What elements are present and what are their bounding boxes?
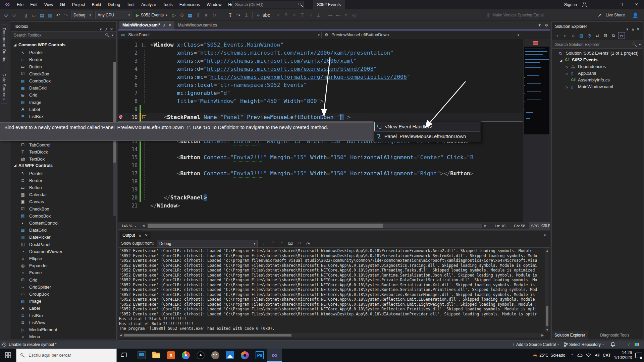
toolbox-item-pointer[interactable]: ↖Pointer <box>10 49 111 56</box>
zoom-icon[interactable]: ⌗ <box>342 11 350 19</box>
output-source-combo[interactable]: Debug▾ <box>157 240 258 248</box>
task-view-button[interactable] <box>118 349 133 362</box>
toolbox-item-dockpanel[interactable]: ◫DockPanel <box>10 241 111 248</box>
scroll-right-icon[interactable]: ▶ <box>541 334 544 337</box>
code-line-18[interactable]: 18 <box>118 178 523 186</box>
code-line-16[interactable]: 16 <box>118 162 523 170</box>
hidden-icons-chevron[interactable]: ^ <box>571 353 573 358</box>
output-text[interactable]: 'S052 Events.exe' (CoreCLR: clrhost): Lo… <box>119 248 544 332</box>
toolbox-item-expander[interactable]: ◎Expander <box>10 262 111 269</box>
toolbox-item-image[interactable]: ▨Image <box>10 298 111 305</box>
toolbox-item-listview[interactable]: ≣ListView <box>10 319 111 326</box>
menu-item-edit[interactable]: Edit <box>27 0 41 9</box>
toolbox-item-checkbox[interactable]: ☑CheckBox <box>10 205 111 213</box>
code-line-8[interactable]: 8 Title="MainWindow" Height="450" Width=… <box>118 97 523 105</box>
menu-item-file[interactable]: File <box>13 0 27 9</box>
toolbox-section-0[interactable]: ◢Common WPF Controls <box>10 42 111 49</box>
filter-icon[interactable]: ⚯ <box>618 32 625 39</box>
taskbar-app-visual-studio[interactable]: ∞ <box>267 349 282 362</box>
undo-icon[interactable]: ↶ <box>54 11 62 19</box>
breadcrumb-event-combo[interactable]: ⚙ PreviewMouseLeftButtonDown <box>325 31 389 39</box>
goto-next-message-icon[interactable]: ≙ <box>278 240 285 247</box>
start-button[interactable] <box>0 349 16 362</box>
toolbox-item-grid[interactable]: ⊞Grid <box>10 92 111 99</box>
toolbox-item-ellipse[interactable]: ○Ellipse <box>10 255 111 262</box>
weather-widget[interactable]: ☀ 25°C Soleado <box>530 352 568 359</box>
pin-icon[interactable]: ⊼ <box>163 23 166 27</box>
spaces-indicator[interactable]: SPC <box>529 222 541 230</box>
output-hscrollbar[interactable]: ◀ ▶ <box>119 333 544 338</box>
toolbox-item-checkbox[interactable]: ☑CheckBox <box>10 70 111 77</box>
step-into-icon[interactable]: ↧ <box>227 11 234 19</box>
sync-active-document-icon[interactable]: ⇄ <box>594 32 601 39</box>
code-line-2[interactable]: 2 xmlns="http://schemas.microsoft.com/wi… <box>118 49 523 57</box>
forward-icon[interactable]: ▸ <box>562 32 569 39</box>
time-icon[interactable]: ◷ <box>304 240 312 247</box>
menu-item-build[interactable]: Build <box>88 0 104 9</box>
zoom-level-combo[interactable]: 146 %▾ <box>119 223 140 229</box>
toolbox-item-listbox[interactable]: ≣ListBox <box>10 113 111 120</box>
taskbar-search-input[interactable]: Escriu aquí per cercar <box>16 349 117 362</box>
chevron-down-icon[interactable]: ▼ <box>317 34 320 37</box>
quick-search-input[interactable]: Search (Ctrl+Q) <box>232 1 304 8</box>
magnify-icon[interactable]: ◎ <box>351 11 358 19</box>
scroll-left-icon[interactable]: ◀ <box>142 224 145 227</box>
word-wrap-icon[interactable]: ⏎ <box>296 240 303 247</box>
toolbox-item-textbox[interactable]: abTextBox <box>10 156 111 163</box>
sign-in-button[interactable]: Sign in <box>564 0 577 9</box>
switch-views-icon[interactable]: ▤ <box>578 32 585 39</box>
toolbox-item-documentviewer[interactable]: ◔DocumentViewer <box>10 248 111 255</box>
tree-node-dependencies[interactable]: ▷品Dependencies <box>552 63 643 70</box>
find-message-icon[interactable]: ⌕ <box>261 240 268 247</box>
editor-hscrollbar[interactable] <box>147 224 482 228</box>
toolbox-item-button[interactable]: ▭Button <box>10 63 111 70</box>
menu-item-tools[interactable]: Tools <box>160 0 176 9</box>
pin-icon[interactable]: ⊼ <box>139 233 141 237</box>
start-debugging-button[interactable]: ▶S052 Events▾ <box>134 11 169 19</box>
code-line-9[interactable]: 9 <box>118 105 523 113</box>
toolbox-search-input[interactable]: Search Toolbox ▾ <box>11 31 116 39</box>
same-width-icon[interactable]: ⊶ <box>326 11 334 19</box>
output-tab[interactable]: Output ⊼ ✕ <box>120 232 151 239</box>
tree-node-s052events[interactable]: ◢C#S052 Events <box>552 57 643 63</box>
menu-item-analyze[interactable]: Analyze <box>138 0 159 9</box>
menu-item-project[interactable]: Project <box>69 0 89 9</box>
align-left-icon[interactable]: ≡ <box>274 11 282 19</box>
toolbox-item-mediaelement[interactable]: ▷MediaElement <box>10 326 111 333</box>
menu-item-debug[interactable]: Debug <box>104 0 123 9</box>
menu-item-test[interactable]: Test <box>123 0 138 9</box>
toolbox-item-calendar[interactable]: ▦Calendar <box>10 191 111 198</box>
taskbar-app-gimp[interactable] <box>208 349 223 362</box>
code-line-7[interactable]: 7 mc:Ignorable="d" <box>118 89 523 97</box>
xaml-designer-icon[interactable]: ⟡ <box>255 11 262 19</box>
tree-node-appxaml[interactable]: ▷▯App.xaml <box>552 70 643 77</box>
redo-icon[interactable]: ↷ <box>62 11 70 19</box>
taskbar-app-photos[interactable] <box>223 349 237 362</box>
same-height-icon[interactable]: ⊷ <box>334 11 342 19</box>
menu-item-extensions[interactable]: Extensions <box>176 0 203 9</box>
panel-tab-solution-explorer[interactable]: Solution Explorer <box>552 331 588 340</box>
expander-icon[interactable]: ▷ <box>566 84 568 90</box>
code-line-1[interactable]: 1−<Window x:Class="S052_Events.MainWindo… <box>118 41 523 49</box>
toolbox-item-combobox[interactable]: ▤ComboBox <box>10 77 111 84</box>
align-right-icon[interactable]: ≡ <box>290 11 298 19</box>
expander-icon[interactable]: ▷ <box>566 64 568 70</box>
fold-marker[interactable]: − <box>142 115 146 119</box>
platform-combo[interactable]: Any CPU▾ <box>95 11 132 19</box>
clock[interactable]: 14:26 1/10/2023 <box>614 350 632 360</box>
tree-node-assemblyinfocs[interactable]: C#AssemblyInfo.cs <box>552 77 643 83</box>
toolbox-item-listbox[interactable]: ≣ListBox <box>10 312 111 319</box>
taskbar-app-file-explorer[interactable] <box>149 349 164 362</box>
toolbox-item-tabcontrol[interactable]: ⊟TabControl <box>10 141 111 148</box>
side-tab-document-outline[interactable]: Document Outline <box>1 24 7 66</box>
xaml-hot-reload-icon[interactable]: ⟐ <box>178 11 186 19</box>
pending-changes-filter-icon[interactable]: ◷ <box>586 32 593 39</box>
live-share-icon[interactable]: ↗ <box>596 11 603 19</box>
tree-node-solutions052events1of1project[interactable]: ⧉Solution 'S052 Events' (1 of 1 project) <box>552 50 643 57</box>
onedrive-cloud-icon[interactable] <box>577 353 583 357</box>
network-icon[interactable] <box>586 353 591 357</box>
toolbox-item-frame[interactable]: ⌂Frame <box>10 269 111 276</box>
show-all-files-icon[interactable]: ⧉ <box>610 32 617 39</box>
chevron-down-icon[interactable]: ▼ <box>517 34 520 37</box>
code-line-6[interactable]: 6 xmlns:local="clr-namespace:S052_Events… <box>118 81 523 89</box>
